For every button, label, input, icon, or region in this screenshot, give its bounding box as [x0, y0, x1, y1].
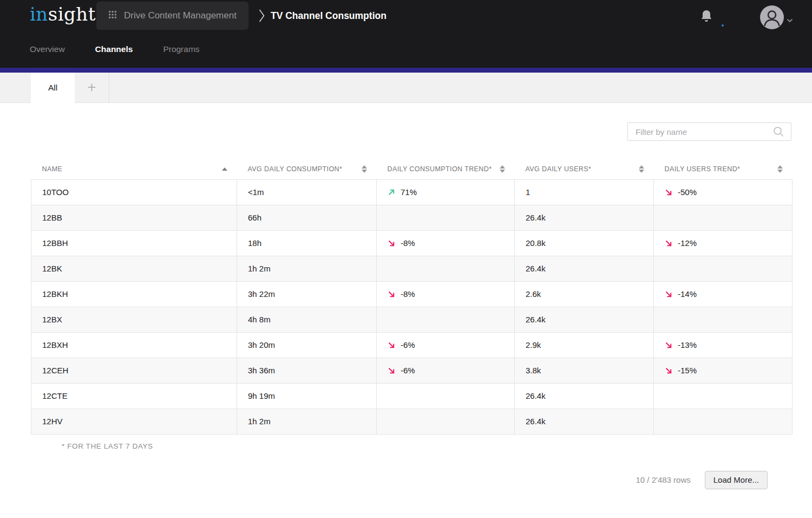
add-tab-button[interactable]: + [75, 73, 109, 102]
table-footnote: * FOR THE LAST 7 DAYS [62, 442, 792, 450]
sort-icon[interactable] [639, 165, 644, 173]
cell-avg-daily-consumption: 9h 19m [237, 383, 377, 409]
nav-item-channels[interactable]: Channels [95, 44, 133, 54]
table-row[interactable]: 12BKH3h 22m-8%2.6k-14% [31, 281, 793, 307]
sort-icon[interactable] [500, 165, 505, 173]
cell-avg-daily-users: 26.4k [515, 383, 654, 409]
page-title: TV Channel Consumption [271, 10, 387, 22]
nav-item-overview[interactable]: Overview [30, 44, 65, 54]
column-header-daily-users-trend[interactable]: DAILY USERS TREND* [654, 159, 793, 179]
table-row[interactable]: 12CTE9h 19m26.4k [31, 383, 793, 409]
cell-avg-daily-users: 26.4k [515, 409, 654, 434]
filter-input[interactable] [628, 127, 772, 137]
table-row[interactable]: 12BK1h 2m26.4k [31, 256, 793, 281]
table-row[interactable]: 12BBH18h-8%20.8k-12% [31, 230, 793, 256]
column-label: AVG DAILY USERS* [526, 165, 592, 173]
cell-daily-consumption-trend: -6% [377, 358, 515, 383]
main-nav: Overview Channels Programs [30, 44, 200, 54]
cell-daily-users-trend [654, 383, 793, 409]
cell-avg-daily-consumption: 66h [237, 205, 377, 230]
cell-daily-consumption-trend [377, 383, 515, 409]
cell-daily-consumption-trend [377, 307, 515, 332]
column-header-name[interactable]: NAME [31, 159, 237, 179]
table-body: 10TOO<1m71%1-50%12BB66h26.4k12BBH18h-8%2… [31, 179, 793, 434]
cell-avg-daily-users: 26.4k [515, 205, 654, 230]
user-avatar[interactable] [760, 5, 784, 29]
table-header-row: NAMEAVG DAILY CONSUMPTION*DAILY CONSUMPT… [31, 159, 793, 179]
trend-value: 71% [401, 187, 417, 197]
sort-icon[interactable] [777, 165, 783, 173]
cell-name: 12CEH [31, 358, 237, 383]
cell-name: 12CTE [31, 383, 237, 409]
grid-icon [108, 10, 117, 21]
cell-avg-daily-users: 20.8k [515, 230, 654, 256]
app-switcher-label: Drive Content Management [124, 10, 237, 21]
column-label: DAILY USERS TREND* [665, 165, 741, 173]
chevron-down-icon[interactable] [787, 15, 793, 25]
table-footer: 10 / 2'483 rows Load More... [31, 471, 768, 489]
cell-avg-daily-consumption: 3h 20m [237, 332, 377, 358]
cell-avg-daily-consumption: 18h [237, 230, 377, 256]
logo-suffix: sight [48, 3, 96, 25]
cell-daily-users-trend: -50% [654, 179, 793, 205]
column-header-avg-daily-users[interactable]: AVG DAILY USERS* [515, 159, 654, 179]
trend-value: -13% [678, 340, 697, 349]
channels-table: NAMEAVG DAILY CONSUMPTION*DAILY CONSUMPT… [31, 159, 793, 435]
column-label: AVG DAILY CONSUMPTION* [248, 165, 343, 173]
nav-item-programs[interactable]: Programs [163, 44, 199, 54]
notifications-bell-icon[interactable] [699, 9, 713, 26]
cell-name: 12BKH [31, 281, 237, 307]
logo-prefix: in [30, 3, 48, 25]
cell-daily-users-trend [654, 205, 793, 230]
cell-name: 12BXH [31, 332, 237, 358]
cell-avg-daily-users: 1 [515, 179, 654, 205]
app-switcher-button[interactable]: Drive Content Management [96, 2, 248, 30]
column-label: NAME [42, 165, 63, 173]
trend-down-arrow-icon [388, 367, 395, 374]
cell-daily-users-trend: -14% [654, 281, 793, 307]
table-row[interactable]: 12BB66h26.4k [31, 205, 793, 230]
cell-name: 12BB [31, 205, 237, 230]
cell-daily-users-trend: -13% [654, 332, 793, 358]
trend-down-arrow-icon [665, 367, 672, 374]
load-more-button[interactable]: Load More... [705, 471, 768, 489]
cell-daily-consumption-trend [377, 409, 515, 434]
trend-value: -12% [678, 238, 697, 248]
trend-down-arrow-icon [665, 341, 672, 349]
cell-name: 12BX [31, 307, 237, 332]
trend-value: -8% [401, 238, 415, 248]
table-row[interactable]: 12BXH3h 20m-6%2.9k-13% [31, 332, 793, 358]
cell-avg-daily-users: 3.8k [515, 358, 654, 383]
main-content: NAMEAVG DAILY CONSUMPTION*DAILY CONSUMPT… [0, 103, 812, 489]
cell-daily-users-trend [654, 256, 793, 281]
cell-daily-consumption-trend: 71% [377, 179, 515, 205]
trend-value: -6% [401, 340, 415, 349]
breadcrumb-chevron-icon [259, 9, 265, 25]
cell-avg-daily-consumption: 1h 2m [237, 409, 377, 434]
table-row[interactable]: 10TOO<1m71%1-50% [31, 179, 793, 205]
cell-daily-users-trend [654, 409, 793, 434]
sort-icon[interactable] [362, 165, 367, 173]
cell-avg-daily-consumption: 4h 8m [237, 307, 377, 332]
trend-down-arrow-icon [665, 189, 672, 196]
cell-daily-consumption-trend: -8% [377, 230, 515, 256]
tab-all[interactable]: All [31, 73, 75, 103]
cell-daily-consumption-trend: -8% [377, 281, 515, 307]
table-row[interactable]: 12CEH3h 36m-6%3.8k-15% [31, 358, 793, 383]
trend-value: -14% [678, 289, 697, 299]
column-header-daily-consumption-trend[interactable]: DAILY CONSUMPTION TREND* [377, 159, 515, 179]
cell-name: 12BBH [31, 230, 237, 256]
cell-avg-daily-consumption: 3h 36m [237, 358, 377, 383]
cell-name: 12BK [31, 256, 237, 281]
column-label: DAILY CONSUMPTION TREND* [388, 165, 492, 173]
sort-ascending-icon[interactable] [222, 167, 227, 171]
table-row[interactable]: 12BX4h 8m26.4k [31, 307, 793, 332]
cell-daily-consumption-trend [377, 256, 515, 281]
cell-avg-daily-consumption: <1m [237, 179, 377, 205]
trend-value: -15% [678, 366, 697, 375]
table-row[interactable]: 12HV1h 2m26.4k [31, 409, 793, 434]
cell-avg-daily-users: 26.4k [515, 307, 654, 332]
cell-avg-daily-users: 2.9k [515, 332, 654, 358]
cell-daily-users-trend: -15% [654, 358, 793, 383]
column-header-avg-daily-consumption[interactable]: AVG DAILY CONSUMPTION* [237, 159, 377, 179]
